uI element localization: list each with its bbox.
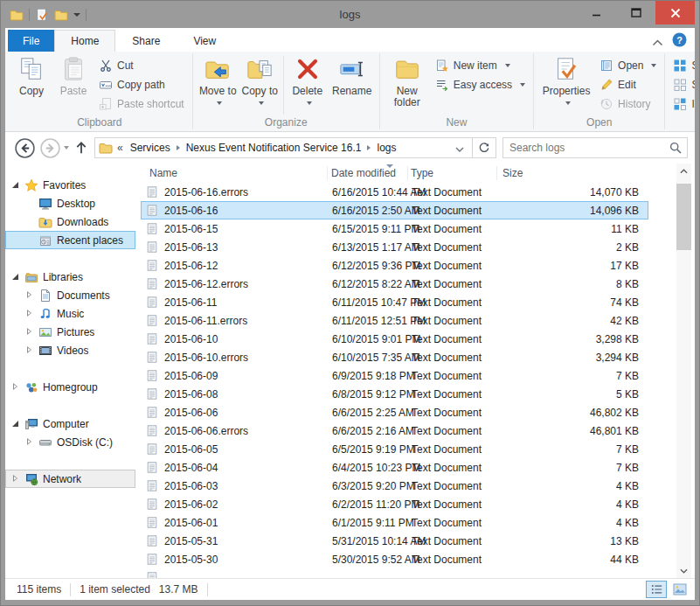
table-row[interactable]: 2015-06-11.errors 6/11/2015 12:51 PM Tex… <box>141 311 648 330</box>
table-row[interactable]: 2015-06-16.errors 6/16/2015 10:44 AM Tex… <box>141 183 648 201</box>
table-row[interactable]: 2015-06-03 6/3/2015 9:20 PM Text Documen… <box>141 477 648 495</box>
address-dropdown-icon[interactable] <box>451 140 468 156</box>
file-menu-button[interactable]: File <box>8 30 54 52</box>
expander-icon[interactable] <box>11 272 21 282</box>
help-icon[interactable]: ? <box>672 32 687 51</box>
select-none-button[interactable]: Select none <box>669 75 695 94</box>
breadcrumb-item[interactable]: Nexus Event Notification Service 16.1 <box>181 142 367 154</box>
large-icons-view-button[interactable] <box>669 581 690 598</box>
properties-button[interactable]: Properties <box>538 54 594 116</box>
edit-button[interactable]: Edit <box>596 75 660 94</box>
maximize-button[interactable] <box>616 1 655 24</box>
expander-icon[interactable] <box>25 309 35 318</box>
expander-icon[interactable] <box>11 180 21 190</box>
table-row[interactable]: 2015-06-10.errors 6/10/2015 7:35 AM Text… <box>141 348 648 366</box>
expander-icon[interactable] <box>25 199 35 208</box>
easy-access-button[interactable]: Easy access <box>432 75 529 94</box>
nav-item[interactable]: Videos <box>5 341 135 359</box>
table-row[interactable]: 2015-05-31 5/31/2015 10:14 AM Text Docum… <box>141 532 648 550</box>
properties-shortcut-icon[interactable] <box>35 8 49 22</box>
column-header-size[interactable]: Size <box>497 166 645 180</box>
nav-item[interactable]: Computer <box>5 414 135 433</box>
up-button[interactable] <box>73 140 89 156</box>
nav-item[interactable]: Libraries <box>5 268 135 286</box>
expander-icon[interactable] <box>25 235 35 245</box>
breadcrumb-item[interactable]: Services <box>125 142 176 154</box>
breadcrumb-separator-icon[interactable] <box>367 145 371 150</box>
table-row[interactable]: 2015-06-05 6/5/2015 9:19 PM Text Documen… <box>141 440 648 458</box>
details-view-button[interactable] <box>646 581 667 598</box>
table-row[interactable]: 2015-06-15 6/15/2015 9:11 PM Text Docume… <box>141 219 648 238</box>
qat-customize-caret-icon[interactable] <box>73 13 80 17</box>
tab-home[interactable]: Home <box>54 30 115 52</box>
nav-item[interactable]: OSDisk (C:) <box>5 433 135 451</box>
new-item-button[interactable]: New item <box>432 56 529 75</box>
table-row[interactable]: 2015-06-09 6/9/2015 9:18 PM Text Documen… <box>141 366 648 385</box>
column-header-name[interactable]: Name <box>141 166 328 180</box>
expander-icon[interactable] <box>25 327 35 337</box>
minimize-button[interactable] <box>577 1 616 24</box>
nav-item[interactable]: Network <box>5 470 135 488</box>
nav-item[interactable]: Music <box>5 304 135 323</box>
nav-item[interactable]: Downloads <box>5 212 135 231</box>
new-folder-button[interactable]: New folder <box>385 54 430 116</box>
table-row[interactable]: 2015-06-02 6/2/2015 11:20 PM Text Docume… <box>141 495 648 513</box>
column-header-date-modified[interactable]: Date modified <box>328 166 408 180</box>
expander-icon[interactable] <box>25 345 35 355</box>
expander-icon[interactable] <box>25 217 35 226</box>
invert-selection-button[interactable]: Invert selection <box>669 94 695 114</box>
address-bar[interactable]: « Services Nexus Event Notification Serv… <box>94 137 473 158</box>
breadcrumb-overflow[interactable]: « <box>113 142 125 154</box>
table-row[interactable]: 2015-06-12.errors 6/12/2015 8:22 AM Text… <box>141 275 648 293</box>
scrollbar-thumb[interactable] <box>676 184 691 250</box>
delete-button[interactable]: Delete <box>288 54 328 116</box>
nav-item[interactable]: Favorites <box>5 176 135 194</box>
breadcrumb-item[interactable]: logs <box>371 142 401 154</box>
forward-button[interactable] <box>39 137 61 159</box>
scroll-down-icon[interactable] <box>676 563 691 578</box>
expander-icon[interactable] <box>11 419 21 428</box>
expander-icon[interactable] <box>25 437 35 447</box>
nav-item[interactable]: Recent places <box>5 231 135 249</box>
cut-button[interactable]: Cut <box>95 56 188 75</box>
scroll-up-icon[interactable] <box>676 164 691 178</box>
expander-icon[interactable] <box>25 290 35 300</box>
nav-item[interactable]: Documents <box>5 286 135 304</box>
search-input[interactable] <box>503 141 669 155</box>
copy-button[interactable]: Copy <box>11 54 52 116</box>
tab-view[interactable]: View <box>177 30 232 52</box>
search-icon[interactable] <box>669 141 683 155</box>
column-header-type[interactable]: Type <box>408 166 497 180</box>
refresh-button[interactable] <box>473 137 496 158</box>
recent-locations-caret-icon[interactable] <box>64 146 69 150</box>
table-row[interactable]: 2015-06-01 6/1/2015 9:11 PM Text Documen… <box>141 513 648 532</box>
close-button[interactable] <box>655 1 695 24</box>
nav-item[interactable]: Desktop <box>5 194 135 212</box>
select-all-button[interactable]: Select all <box>669 56 695 75</box>
expander-icon[interactable] <box>11 382 21 392</box>
table-row[interactable]: 2015-05-30 5/30/2015 9:52 AM Text Docume… <box>141 550 648 568</box>
table-row[interactable]: 2015-06-08 6/8/2015 9:12 PM Text Documen… <box>141 385 648 403</box>
breadcrumb-separator-icon[interactable] <box>177 145 180 150</box>
tab-share[interactable]: Share <box>115 30 177 52</box>
nav-item[interactable]: Pictures <box>5 323 135 341</box>
table-row[interactable]: 2015-06-16 6/16/2015 2:50 AM Text Docume… <box>141 201 648 219</box>
expander-icon[interactable] <box>11 474 21 484</box>
table-row-partial[interactable] <box>141 568 648 578</box>
paste-button[interactable]: Paste <box>53 54 94 116</box>
nav-item[interactable]: Homegroup <box>5 378 135 396</box>
history-button[interactable]: History <box>596 94 660 114</box>
table-row[interactable]: 2015-06-13 6/13/2015 1:17 AM Text Docume… <box>141 238 648 256</box>
move-to-button[interactable]: Move to <box>198 54 239 116</box>
rename-button[interactable]: Rename <box>329 54 375 116</box>
back-button[interactable] <box>14 137 36 159</box>
table-row[interactable]: 2015-06-11 6/11/2015 10:47 PM Text Docum… <box>141 293 648 311</box>
vertical-scrollbar[interactable] <box>676 164 691 578</box>
table-row[interactable]: 2015-06-04 6/4/2015 10:23 PM Text Docume… <box>141 458 648 477</box>
new-folder-shortcut-icon[interactable] <box>54 8 68 22</box>
copy-to-button[interactable]: Copy to <box>240 54 280 116</box>
minimize-ribbon-icon[interactable] <box>652 34 663 50</box>
paste-shortcut-button[interactable]: Paste shortcut <box>95 94 188 114</box>
table-row[interactable]: 2015-06-06.errors 6/6/2015 2:16 AM Text … <box>141 421 648 440</box>
table-row[interactable]: 2015-06-06 6/6/2015 2:25 AM Text Documen… <box>141 403 648 421</box>
